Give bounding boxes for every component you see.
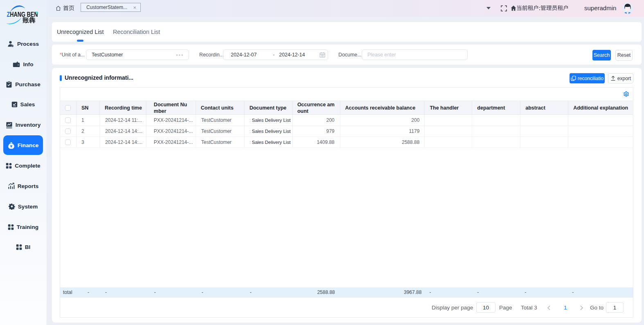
svg-text:ZHANG BEN: ZHANG BEN bbox=[7, 11, 38, 18]
